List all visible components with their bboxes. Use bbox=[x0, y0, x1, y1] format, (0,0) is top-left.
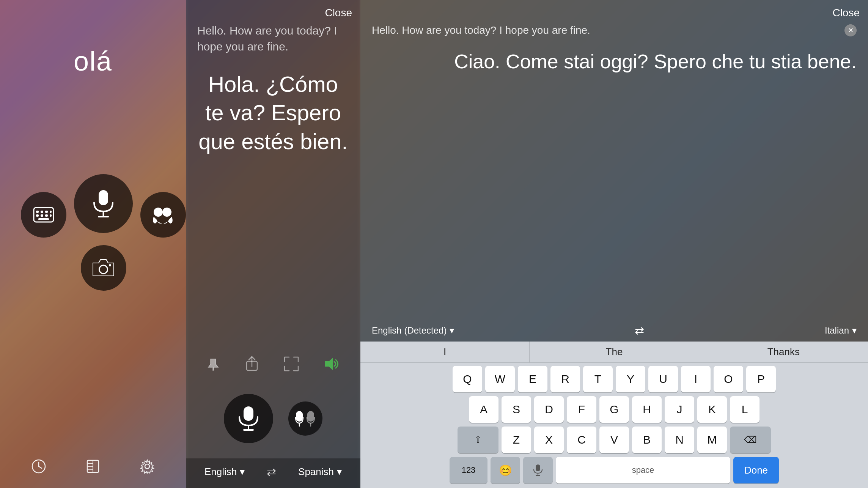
panel2-mic-button[interactable] bbox=[224, 394, 273, 443]
panel2-swap-button[interactable]: ⇄ bbox=[267, 465, 276, 479]
key-numbers[interactable]: 123 bbox=[450, 457, 487, 483]
panel3-content: Close Hello. How are you today? I hope y… bbox=[360, 0, 868, 488]
keyboard-icon bbox=[33, 207, 54, 223]
svg-rect-10 bbox=[99, 190, 108, 205]
panel3-swap-button[interactable]: ⇄ bbox=[635, 324, 644, 337]
panel3-translated-text: Ciao. Come stai oggi? Spero che tu stia … bbox=[360, 41, 868, 82]
svg-rect-1 bbox=[36, 211, 39, 213]
panel3-target-lang-label: Italian bbox=[825, 325, 849, 336]
settings-icon bbox=[140, 459, 154, 474]
key-p[interactable]: P bbox=[746, 366, 776, 392]
panel2-close-button[interactable]: Close bbox=[186, 0, 360, 19]
key-w[interactable]: W bbox=[485, 366, 515, 392]
svg-rect-5 bbox=[36, 214, 39, 217]
key-o[interactable]: O bbox=[714, 366, 743, 392]
keyboard-button[interactable] bbox=[21, 192, 66, 238]
key-y[interactable]: Y bbox=[616, 366, 645, 392]
key-emoji[interactable]: 😊 bbox=[491, 457, 520, 483]
panel3-source-area: Hello. How are you today? I hope you are… bbox=[360, 19, 868, 41]
panel2-translated-text: Hola. ¿Cómo te va? Espero que estés bien… bbox=[186, 62, 360, 352]
svg-point-16 bbox=[109, 264, 111, 266]
panel-keyboard-translation: Close Hello. How are you today? I hope y… bbox=[360, 0, 868, 488]
key-x[interactable]: X bbox=[534, 427, 564, 453]
key-a[interactable]: A bbox=[469, 396, 498, 423]
panel2-source-lang-dropdown-icon: ▾ bbox=[240, 466, 245, 478]
settings-button[interactable] bbox=[140, 459, 154, 477]
panel3-close-button[interactable]: Close bbox=[360, 0, 868, 19]
dual-mic-icon bbox=[295, 410, 316, 427]
panel2-dual-mic-button[interactable] bbox=[288, 401, 322, 436]
key-l[interactable]: L bbox=[730, 396, 760, 423]
panel2-source-lang-label: English bbox=[204, 466, 237, 478]
key-t[interactable]: T bbox=[583, 366, 613, 392]
panel-voice: olá bbox=[0, 0, 186, 488]
keyboard-suggestions-bar: I The Thanks bbox=[360, 342, 868, 363]
history-icon bbox=[31, 459, 46, 474]
keyboard-row-1: Q W E R T Y U I O P bbox=[363, 366, 866, 392]
panel3-translation-area: Hello. How are you today? I hope you are… bbox=[360, 19, 868, 319]
dictionary-icon bbox=[86, 459, 100, 474]
panel3-source-lang-button[interactable]: English (Detected) ▾ bbox=[372, 325, 454, 336]
key-q[interactable]: Q bbox=[453, 366, 482, 392]
speaker-button[interactable] bbox=[324, 356, 340, 375]
keyboard-bottom-row: 123 😊 space Done bbox=[360, 457, 868, 488]
panel1-icon-grid bbox=[21, 169, 165, 291]
history-button[interactable] bbox=[31, 459, 46, 477]
conversation-button[interactable] bbox=[140, 192, 186, 238]
keyboard-mic-icon bbox=[533, 464, 543, 476]
key-g[interactable]: G bbox=[599, 396, 629, 423]
key-f[interactable]: F bbox=[567, 396, 596, 423]
camera-icon bbox=[91, 258, 116, 279]
camera-button[interactable] bbox=[81, 245, 126, 291]
key-shift[interactable]: ⇧ bbox=[458, 427, 498, 453]
svg-point-14 bbox=[162, 208, 171, 217]
key-space[interactable]: space bbox=[556, 457, 730, 483]
svg-rect-3 bbox=[45, 211, 48, 213]
suggestion-the[interactable]: The bbox=[530, 342, 699, 362]
key-u[interactable]: U bbox=[648, 366, 678, 392]
key-s[interactable]: S bbox=[502, 396, 531, 423]
key-mic[interactable] bbox=[523, 457, 553, 483]
clear-input-button[interactable]: ✕ bbox=[844, 24, 857, 36]
keyboard: I The Thanks Q W E R T Y U I O P bbox=[360, 342, 868, 488]
dictionary-button[interactable] bbox=[86, 459, 100, 477]
suggestion-thanks[interactable]: Thanks bbox=[699, 342, 868, 362]
key-v[interactable]: V bbox=[599, 427, 629, 453]
svg-rect-34 bbox=[307, 411, 314, 422]
panel2-target-lang-button[interactable]: Spanish ▾ bbox=[298, 466, 342, 478]
panel2-source-lang-button[interactable]: English ▾ bbox=[204, 466, 245, 478]
key-h[interactable]: H bbox=[632, 396, 662, 423]
suggestion-i[interactable]: I bbox=[360, 342, 530, 362]
key-e[interactable]: E bbox=[518, 366, 547, 392]
pin-icon bbox=[206, 357, 220, 371]
panel3-source-text[interactable]: Hello. How are you today? I hope you are… bbox=[372, 23, 841, 38]
key-backspace[interactable]: ⌫ bbox=[730, 427, 771, 453]
share-icon bbox=[245, 356, 259, 372]
share-button[interactable] bbox=[245, 356, 259, 375]
key-b[interactable]: B bbox=[632, 427, 662, 453]
key-d[interactable]: D bbox=[534, 396, 564, 423]
key-k[interactable]: K bbox=[697, 396, 727, 423]
key-z[interactable]: Z bbox=[502, 427, 531, 453]
pin-button[interactable] bbox=[206, 357, 220, 374]
key-r[interactable]: R bbox=[550, 366, 580, 392]
keyboard-row-3: ⇧ Z X C V B N M ⌫ bbox=[363, 427, 866, 453]
panel1-title: olá bbox=[74, 46, 112, 77]
mic-button[interactable] bbox=[74, 174, 133, 233]
panel2-target-lang-label: Spanish bbox=[298, 466, 334, 478]
svg-rect-6 bbox=[41, 214, 43, 217]
key-i[interactable]: I bbox=[681, 366, 711, 392]
expand-button[interactable] bbox=[284, 356, 299, 375]
key-c[interactable]: C bbox=[567, 427, 596, 453]
key-n[interactable]: N bbox=[665, 427, 694, 453]
key-done[interactable]: Done bbox=[733, 457, 779, 483]
svg-point-15 bbox=[99, 265, 108, 274]
key-j[interactable]: J bbox=[665, 396, 694, 423]
svg-rect-7 bbox=[45, 214, 48, 217]
speaker-icon bbox=[324, 356, 340, 372]
panel2-mic-area bbox=[186, 386, 360, 458]
panel2-language-bar: English ▾ ⇄ Spanish ▾ bbox=[186, 458, 360, 488]
panel3-target-lang-button[interactable]: Italian ▾ bbox=[825, 325, 857, 336]
key-m[interactable]: M bbox=[697, 427, 727, 453]
svg-rect-32 bbox=[296, 411, 303, 422]
